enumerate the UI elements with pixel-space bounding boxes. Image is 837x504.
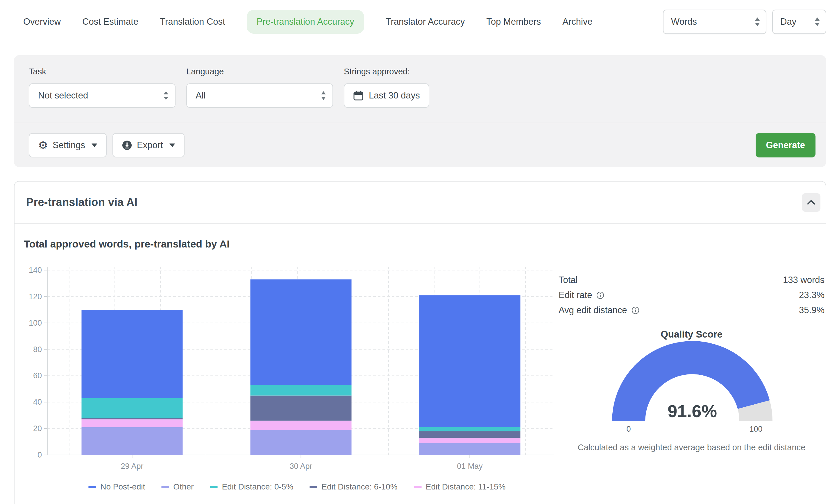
legend-swatch (210, 486, 218, 488)
svg-text:140: 140 (29, 266, 42, 274)
select-stepper-icon (321, 91, 326, 100)
toolbar-row: ⚙ Settings Export Generate (29, 123, 816, 167)
legend-swatch (88, 486, 96, 488)
gauge-caption: Calculated as a weighted average based o… (558, 443, 824, 452)
chart-section-title: Total approved words, pre-translated by … (24, 238, 230, 250)
period-select[interactable]: Day (772, 10, 826, 34)
svg-text:60: 60 (33, 371, 42, 380)
collapse-card-button[interactable] (802, 193, 820, 212)
svg-text:0: 0 (626, 425, 631, 433)
download-circle-icon (122, 140, 132, 150)
language-label: Language (186, 67, 333, 76)
export-button-label: Export (137, 140, 163, 150)
task-select-value: Not selected (38, 90, 88, 101)
legend-label: No Post-edit (100, 482, 145, 491)
chevron-up-icon (807, 200, 816, 205)
language-filter-group: Language All (186, 67, 333, 108)
strings-approved-group: Strings approved: Last 30 days (344, 67, 429, 108)
stat-value: 23.3% (799, 290, 824, 300)
unit-select-value: Words (671, 17, 697, 27)
summary-column: Total133 wordsEdit rate23.3%Avg edit dis… (558, 272, 824, 452)
task-select[interactable]: Not selected (29, 83, 176, 108)
settings-button-label: Settings (53, 140, 85, 150)
legend-label: Edit Distance: 11-15% (426, 482, 506, 491)
stat-value: 133 words (783, 275, 824, 285)
gear-icon: ⚙ (38, 140, 48, 151)
calendar-icon (353, 90, 363, 101)
svg-text:120: 120 (29, 292, 42, 301)
tab-cost-estimate[interactable]: Cost Estimate (82, 17, 138, 27)
legend-item-other[interactable]: Other (161, 482, 194, 491)
svg-text:0: 0 (37, 451, 42, 459)
legend-label: Other (173, 482, 194, 491)
chart-plot-area: 02040608010012014029 Apr30 Apr01 May (24, 261, 570, 476)
stat-row-avg-edit-distance: Avg edit distance35.9% (558, 303, 824, 318)
date-range-value: Last 30 days (369, 90, 420, 101)
card-header: Pre-translation via AI (15, 182, 826, 224)
card-body: Total approved words, pre-translated by … (15, 224, 826, 504)
select-stepper-icon (755, 17, 760, 26)
select-stepper-icon (163, 91, 168, 100)
legend-item-edit-distance-0-5-[interactable]: Edit Distance: 0-5% (210, 482, 293, 491)
svg-text:91.6%: 91.6% (667, 401, 717, 421)
gauge-title: Quality Score (558, 329, 824, 340)
date-range-button[interactable]: Last 30 days (344, 83, 429, 108)
tab-overview[interactable]: Overview (23, 17, 61, 27)
card-title: Pre-translation via AI (26, 196, 138, 209)
chevron-down-icon (170, 144, 175, 147)
task-filter-group: Task Not selected (29, 67, 176, 108)
strings-approved-label: Strings approved: (344, 67, 429, 76)
tab-pre-translation-accuracy[interactable]: Pre-translation Accuracy (247, 10, 364, 34)
legend-swatch (161, 486, 169, 488)
language-select[interactable]: All (186, 83, 333, 108)
chart-legend: No Post-editOtherEdit Distance: 0-5%Edit… (24, 482, 570, 491)
legend-label: Edit Distance: 6-10% (321, 482, 397, 491)
stat-value: 35.9% (799, 305, 824, 316)
task-label: Task (29, 67, 176, 76)
gauge-arc: 91.6%0100 (558, 340, 826, 437)
tab-translator-accuracy[interactable]: Translator Accuracy (386, 17, 465, 27)
report-tabs: OverviewCost EstimateTranslation CostPre… (23, 10, 592, 34)
tab-archive[interactable]: Archive (563, 17, 592, 27)
quality-score-gauge: Quality Score 91.6%0100 Calculated as a … (558, 329, 824, 452)
stacked-bar-chart: 02040608010012014029 Apr30 Apr01 May No … (24, 261, 570, 491)
generate-button[interactable]: Generate (755, 133, 816, 158)
stat-label: Total (558, 275, 577, 285)
svg-text:100: 100 (29, 319, 42, 327)
svg-text:30 Apr: 30 Apr (289, 462, 312, 471)
language-select-value: All (196, 90, 206, 101)
legend-swatch (309, 486, 317, 488)
legend-item-no-post-edit[interactable]: No Post-edit (88, 482, 145, 491)
legend-label: Edit Distance: 0-5% (222, 482, 293, 491)
unit-select[interactable]: Words (663, 10, 766, 34)
settings-button[interactable]: ⚙ Settings (29, 133, 107, 158)
svg-text:20: 20 (33, 424, 42, 433)
legend-item-edit-distance-11-15-[interactable]: Edit Distance: 11-15% (414, 482, 506, 491)
filter-panel: Task Not selected Language All Strings a… (14, 55, 826, 167)
pretranslation-card: Pre-translation via AI Total approved wo… (14, 181, 826, 504)
stat-row-edit-rate: Edit rate23.3% (558, 288, 824, 303)
period-select-value: Day (780, 17, 796, 27)
filter-row: Task Not selected Language All Strings a… (29, 67, 816, 108)
svg-text:29 Apr: 29 Apr (121, 462, 143, 471)
report-nav: OverviewCost EstimateTranslation CostPre… (23, 0, 826, 43)
stat-row-total: Total133 words (558, 272, 824, 288)
svg-text:80: 80 (33, 345, 42, 354)
svg-text:100: 100 (749, 425, 762, 433)
tab-top-members[interactable]: Top Members (486, 17, 541, 27)
stat-label: Edit rate (558, 290, 604, 300)
svg-text:01 May: 01 May (457, 462, 483, 471)
tab-translation-cost[interactable]: Translation Cost (160, 17, 225, 27)
export-button[interactable]: Export (112, 133, 184, 158)
info-icon[interactable] (596, 291, 604, 299)
chevron-down-icon (92, 144, 97, 147)
info-icon[interactable] (631, 306, 639, 314)
legend-swatch (414, 486, 422, 488)
svg-text:40: 40 (33, 398, 42, 407)
stat-label: Avg edit distance (558, 305, 639, 316)
legend-item-edit-distance-6-10-[interactable]: Edit Distance: 6-10% (309, 482, 397, 491)
select-stepper-icon (815, 17, 820, 26)
stats-table: Total133 wordsEdit rate23.3%Avg edit dis… (558, 272, 824, 318)
